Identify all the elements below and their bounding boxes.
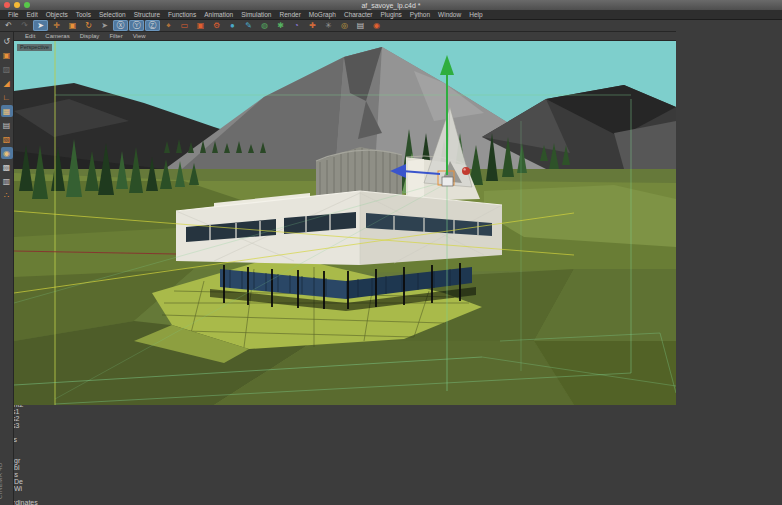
snap-mode-glyph: ▩	[3, 163, 11, 172]
menu-objects[interactable]: Objects	[42, 11, 72, 18]
add-primitive[interactable]: ●	[225, 20, 240, 31]
material-trees1[interactable]: trees1	[0, 408, 782, 415]
material-label: trees2	[0, 415, 782, 422]
redo-icon[interactable]: ↷	[17, 20, 32, 31]
texture-mode[interactable]: ▨	[1, 63, 13, 75]
viewport-menu-cameras[interactable]: Cameras	[40, 33, 74, 39]
material-label: Glass	[0, 471, 782, 478]
snap-mode[interactable]: ▩	[1, 161, 13, 173]
menu-functions[interactable]: Functions	[164, 11, 200, 18]
add-generator[interactable]: ◍	[257, 20, 272, 31]
move-tool[interactable]: ✛	[49, 20, 64, 31]
make-editable[interactable]: ↺	[1, 35, 13, 47]
add-spline[interactable]: ✎	[241, 20, 256, 31]
lock-y-axis-glyph: Ⓨ	[133, 20, 141, 31]
materials-list: mountamount2trees1trees2trees3seagrassfl…	[0, 394, 782, 499]
menu-help[interactable]: Help	[465, 11, 486, 18]
menu-animation[interactable]: Animation	[200, 11, 237, 18]
material-02-bl[interactable]: 02 - bl	[0, 464, 782, 471]
viewport-menu-view[interactable]: View	[128, 33, 151, 39]
material-sea[interactable]: sea	[0, 429, 782, 436]
viewport-scene[interactable]	[14, 41, 676, 405]
viewport-menu-display[interactable]: Display	[75, 33, 105, 39]
render-queue-glyph: ◉	[373, 21, 380, 30]
coordinate-system-glyph: ⌖	[166, 21, 171, 31]
lock-z-axis-glyph: Ⓩ	[149, 20, 157, 31]
rotate-tool-glyph: ↻	[85, 21, 92, 30]
polygons-mode-glyph: ▦	[3, 107, 11, 116]
material-02-gr[interactable]: 02 - gr	[0, 457, 782, 464]
menu-edit[interactable]: Edit	[22, 11, 41, 18]
render-settings[interactable]: ⚙	[209, 20, 224, 31]
material-label: 18 - De	[0, 478, 782, 485]
lock-x-axis-glyph: Ⓧ	[117, 20, 125, 31]
menu-render[interactable]: Render	[276, 11, 305, 18]
content-browser-glyph: ▤	[357, 21, 365, 30]
material-label: 02 - bl	[0, 464, 782, 471]
add-deformer[interactable]: ◔	[289, 20, 304, 31]
material-trees3[interactable]: trees3	[0, 422, 782, 429]
material-sky[interactable]: sky	[0, 450, 782, 457]
live-selection-tool[interactable]: ➤	[33, 20, 48, 31]
material-red[interactable]: red	[0, 492, 782, 499]
edges-mode[interactable]: ∟	[1, 91, 13, 103]
menu-simulation[interactable]: Simulation	[237, 11, 275, 18]
menu-window[interactable]: Window	[434, 11, 465, 18]
add-deformer-glyph: ◔	[294, 21, 299, 30]
render-picture-viewer[interactable]: ▣	[193, 20, 208, 31]
material-18-De[interactable]: 18 - De	[0, 478, 782, 485]
material-label: grass	[0, 436, 782, 443]
add-array[interactable]: ✱	[273, 20, 288, 31]
menu-character[interactable]: Character	[340, 11, 377, 18]
menu-selection[interactable]: Selection	[95, 11, 130, 18]
menu-structure[interactable]: Structure	[130, 11, 164, 18]
render-view[interactable]: ▭	[177, 20, 192, 31]
tweak-mode-glyph: ▤	[3, 121, 11, 130]
edges-mode-glyph: ∟	[3, 93, 11, 102]
material-Glass[interactable]: Glass	[0, 471, 782, 478]
cinema4d-logo-text: CINEMA 4D	[0, 462, 3, 499]
coordinates-panel: Coordinates PositionX0 cm◂▸Y0 cm◂▸Z0 cm◂…	[0, 499, 782, 505]
material-label: red	[0, 492, 782, 499]
menu-plugins[interactable]: Plugins	[376, 11, 405, 18]
add-environment[interactable]: ✚	[305, 20, 320, 31]
material-trees2[interactable]: trees2	[0, 415, 782, 422]
polygons-mode[interactable]: ▦	[1, 105, 13, 117]
material-label: trees1	[0, 408, 782, 415]
viewport-panel[interactable]: EditCamerasDisplayFilterView Perspective	[14, 32, 676, 405]
material-02-Wi[interactable]: 02 - Wi	[0, 485, 782, 492]
rotate-tool[interactable]: ↻	[81, 20, 96, 31]
menu-python[interactable]: Python	[406, 11, 434, 18]
workplane-mode[interactable]: ▧	[1, 133, 13, 145]
enable-axis-mode[interactable]: ◉	[1, 147, 13, 159]
viewport-menu-edit[interactable]: Edit	[20, 33, 40, 39]
model-mode[interactable]: ▣	[1, 49, 13, 61]
tweak-mode[interactable]: ▤	[1, 119, 13, 131]
material-grass[interactable]: grass	[0, 436, 782, 443]
last-tool[interactable]: ➤	[97, 20, 112, 31]
coordinate-system[interactable]: ⌖	[161, 20, 176, 31]
locked-workplane[interactable]: ▥	[1, 175, 13, 187]
add-camera[interactable]: ◎	[337, 20, 352, 31]
points-mode[interactable]: ◢	[1, 77, 13, 89]
points-mode-glyph: ◢	[3, 79, 9, 88]
content-browser[interactable]: ▤	[353, 20, 368, 31]
lock-x-axis[interactable]: Ⓧ	[113, 20, 128, 31]
undo-icon[interactable]: ↶	[1, 20, 16, 31]
scale-tool-glyph: ▣	[69, 21, 77, 30]
add-mograph[interactable]: ✳	[321, 20, 336, 31]
menu-tools[interactable]: Tools	[72, 11, 95, 18]
scale-tool[interactable]: ▣	[65, 20, 80, 31]
render-picture-viewer-glyph: ▣	[197, 21, 205, 30]
lock-y-axis[interactable]: Ⓨ	[129, 20, 144, 31]
viewport-view-label[interactable]: Perspective	[17, 44, 52, 51]
axis-modifier[interactable]: ∴	[1, 189, 13, 201]
menu-mograph[interactable]: MoGraph	[305, 11, 340, 18]
material-label: 02 - gr	[0, 457, 782, 464]
render-queue[interactable]: ◉	[369, 20, 384, 31]
menu-file[interactable]: File	[4, 11, 22, 18]
viewport-menu-filter[interactable]: Filter	[104, 33, 127, 39]
lock-z-axis[interactable]: Ⓩ	[145, 20, 160, 31]
material-floor[interactable]: floor	[0, 443, 782, 450]
coordinates-panel-header[interactable]: Coordinates	[0, 499, 782, 505]
